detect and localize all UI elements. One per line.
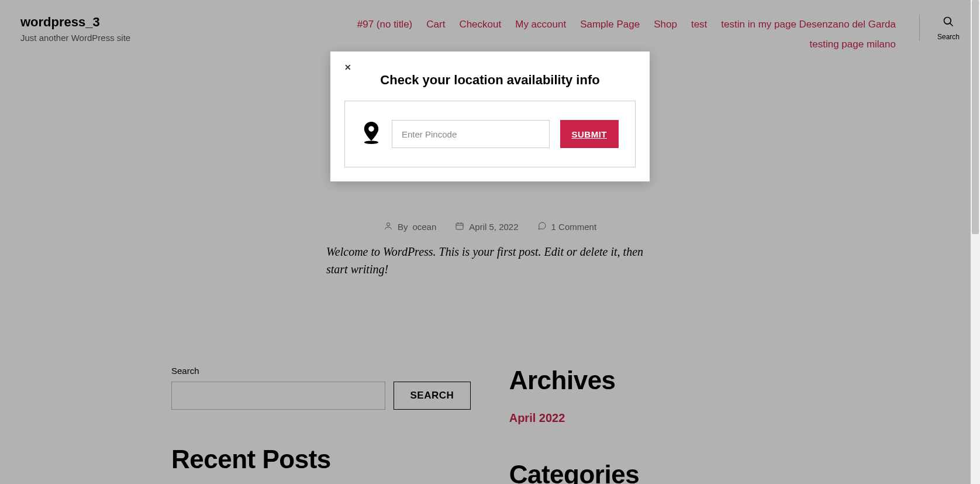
close-icon[interactable]: ✕ <box>344 63 351 71</box>
location-modal: ✕ Check your location availability info … <box>330 52 650 181</box>
submit-button[interactable]: SUBMIT <box>560 120 619 148</box>
pincode-input[interactable] <box>392 120 550 148</box>
svg-point-7 <box>364 141 378 144</box>
scrollbar-thumb[interactable] <box>972 0 979 234</box>
modal-input-box: SUBMIT <box>344 101 636 167</box>
location-pin-icon <box>361 122 381 146</box>
modal-overlay[interactable]: ✕ Check your location availability info … <box>0 0 980 484</box>
modal-title: Check your location availability info <box>344 73 636 88</box>
scrollbar[interactable] <box>971 0 980 484</box>
